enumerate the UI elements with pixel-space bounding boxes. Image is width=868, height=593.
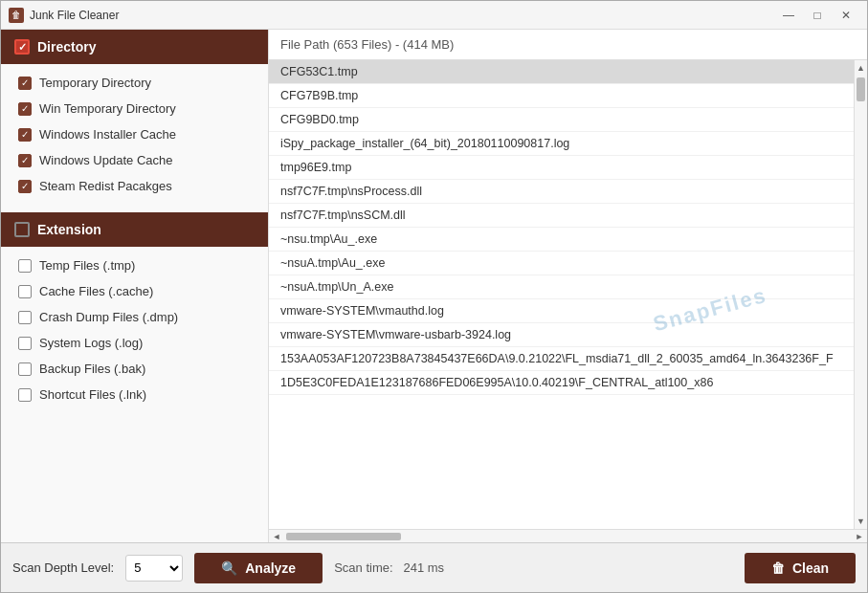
sidebar-item-cache[interactable]: Cache Files (.cache) bbox=[1, 278, 268, 304]
lnk-label: Shortcut Files (.lnk) bbox=[39, 387, 146, 402]
app-icon: 🗑 bbox=[9, 8, 24, 23]
file-row: CFG9BD0.tmp bbox=[269, 108, 867, 132]
bak-label: Backup Files (.bak) bbox=[39, 362, 145, 376]
file-row: iSpy_package_installer_(64_bit)_20180110… bbox=[269, 132, 867, 156]
tmp-checkbox[interactable] bbox=[18, 259, 32, 273]
extension-checkbox[interactable] bbox=[14, 222, 30, 237]
right-panel: File Path (653 Files) - (414 MB) CFG53C1… bbox=[269, 30, 867, 542]
file-row: nsf7C7F.tmp\nsSCM.dll bbox=[269, 204, 867, 228]
sidebar-item-tmp[interactable]: Temp Files (.tmp) bbox=[1, 253, 268, 278]
temp-directory-label: Temporary Directory bbox=[39, 76, 151, 90]
win-temp-label: Win Temporary Directory bbox=[39, 101, 176, 116]
bak-checkbox[interactable] bbox=[18, 362, 32, 376]
scan-time-value: 241 ms bbox=[403, 560, 444, 575]
analyze-label: Analyze bbox=[245, 560, 296, 576]
directory-items: ✓ Temporary Directory ✓ Win Temporary Di… bbox=[1, 64, 268, 205]
steam-label: Steam Redist Pacakges bbox=[39, 179, 172, 193]
tmp-label: Temp Files (.tmp) bbox=[39, 258, 135, 273]
scroll-right-button[interactable]: ► bbox=[852, 530, 867, 543]
log-checkbox[interactable] bbox=[18, 337, 32, 350]
sidebar-item-bak[interactable]: Backup Files (.bak) bbox=[1, 356, 268, 382]
file-row: CFG7B9B.tmp bbox=[269, 84, 867, 108]
temp-directory-checkbox[interactable]: ✓ bbox=[18, 77, 32, 90]
sidebar-item-lnk[interactable]: Shortcut Files (.lnk) bbox=[1, 382, 268, 407]
vertical-scrollbar[interactable]: ▲ ▼ bbox=[854, 60, 867, 529]
h-scroll-track bbox=[284, 532, 852, 541]
file-row: nsf7C7F.tmp\nsProcess.dll bbox=[269, 180, 867, 204]
file-row: 1D5E3C0FEDA1E123187686FED06E995A\10.0.40… bbox=[269, 371, 867, 395]
h-scroll-handle[interactable] bbox=[286, 533, 401, 540]
file-row: ~nsu.tmp\Au_.exe bbox=[269, 228, 867, 252]
analyze-button[interactable]: 🔍 Analyze bbox=[194, 553, 323, 583]
main-content: ✓ Directory ✓ Temporary Directory ✓ Win … bbox=[1, 30, 867, 542]
file-row: ~nsuA.tmp\Un_A.exe bbox=[269, 275, 867, 299]
search-icon: 🔍 bbox=[221, 560, 237, 576]
directory-section-header[interactable]: ✓ Directory bbox=[1, 30, 268, 64]
sidebar-item-win-temp[interactable]: ✓ Win Temporary Directory bbox=[1, 96, 268, 121]
dmp-checkbox[interactable] bbox=[18, 311, 32, 324]
close-button[interactable]: ✕ bbox=[833, 6, 859, 25]
app-title: Junk File Cleaner bbox=[30, 9, 775, 22]
sidebar-item-dmp[interactable]: Crash Dump Files (.dmp) bbox=[1, 304, 268, 330]
file-row: tmp96E9.tmp bbox=[269, 156, 867, 180]
dmp-label: Crash Dump Files (.dmp) bbox=[39, 310, 178, 324]
clean-label: Clean bbox=[792, 560, 829, 576]
scroll-left-button[interactable]: ◄ bbox=[269, 530, 284, 543]
sidebar-item-steam[interactable]: ✓ Steam Redist Pacakges bbox=[1, 173, 268, 199]
titlebar: 🗑 Junk File Cleaner — □ ✕ bbox=[1, 1, 867, 30]
installer-cache-checkbox[interactable]: ✓ bbox=[18, 128, 32, 142]
update-cache-label: Windows Update Cache bbox=[39, 153, 172, 167]
minimize-button[interactable]: — bbox=[775, 6, 802, 25]
extension-section-header[interactable]: Extension bbox=[1, 212, 268, 247]
sidebar-item-log[interactable]: System Logs (.log) bbox=[1, 330, 268, 356]
horizontal-scrollbar[interactable]: ◄ ► bbox=[269, 529, 867, 542]
scroll-down-button[interactable]: ▼ bbox=[855, 514, 867, 529]
extension-section-label: Extension bbox=[37, 222, 101, 237]
lnk-checkbox[interactable] bbox=[18, 388, 32, 402]
sidebar-divider bbox=[1, 205, 268, 212]
win-temp-checkbox[interactable]: ✓ bbox=[18, 102, 32, 116]
depth-select[interactable]: 5 1 2 3 4 6 7 bbox=[125, 555, 183, 582]
file-list-container[interactable]: CFG53C1.tmpCFG7B9B.tmpCFG9BD0.tmpiSpy_pa… bbox=[269, 60, 867, 529]
file-row: ~nsuA.tmp\Au_.exe bbox=[269, 252, 867, 275]
sidebar-item-temp-directory[interactable]: ✓ Temporary Directory bbox=[1, 70, 268, 96]
sidebar: ✓ Directory ✓ Temporary Directory ✓ Win … bbox=[1, 30, 269, 542]
cache-checkbox[interactable] bbox=[18, 285, 32, 298]
log-label: System Logs (.log) bbox=[39, 336, 143, 350]
extension-items: Temp Files (.tmp) Cache Files (.cache) C… bbox=[1, 247, 268, 413]
directory-checkbox[interactable]: ✓ bbox=[14, 39, 30, 55]
steam-checkbox[interactable]: ✓ bbox=[18, 180, 32, 193]
file-row: 153AA053AF120723B8A73845437E66DA\9.0.210… bbox=[269, 347, 867, 371]
maximize-button[interactable]: □ bbox=[804, 6, 831, 25]
window-controls: — □ ✕ bbox=[775, 6, 859, 25]
scan-time-label: Scan time: bbox=[334, 560, 392, 575]
file-list: CFG53C1.tmpCFG7B9B.tmpCFG9BD0.tmpiSpy_pa… bbox=[269, 60, 867, 395]
update-cache-checkbox[interactable]: ✓ bbox=[18, 154, 32, 167]
sidebar-item-update-cache[interactable]: ✓ Windows Update Cache bbox=[1, 147, 268, 173]
file-row: vmware-SYSTEM\vmauthd.log bbox=[269, 299, 867, 323]
directory-section-label: Directory bbox=[37, 39, 96, 55]
scroll-handle[interactable] bbox=[857, 77, 865, 101]
scroll-up-button[interactable]: ▲ bbox=[855, 60, 867, 76]
sidebar-item-installer-cache[interactable]: ✓ Windows Installer Cache bbox=[1, 121, 268, 147]
file-row: vmware-SYSTEM\vmware-usbarb-3924.log bbox=[269, 323, 867, 347]
file-row: CFG53C1.tmp bbox=[269, 60, 867, 84]
installer-cache-label: Windows Installer Cache bbox=[39, 127, 176, 142]
bottom-bar: Scan Depth Level: 5 1 2 3 4 6 7 🔍 Analyz… bbox=[1, 542, 867, 592]
file-path-header: File Path (653 Files) - (414 MB) bbox=[269, 30, 867, 60]
clean-button[interactable]: 🗑 Clean bbox=[745, 553, 856, 583]
trash-icon: 🗑 bbox=[771, 560, 785, 576]
main-window: 🗑 Junk File Cleaner — □ ✕ ✓ Directory ✓ … bbox=[0, 0, 868, 593]
scan-time: Scan time: 241 ms bbox=[334, 560, 733, 575]
cache-label: Cache Files (.cache) bbox=[39, 284, 153, 298]
scroll-track bbox=[855, 76, 867, 514]
depth-label: Scan Depth Level: bbox=[12, 560, 114, 575]
